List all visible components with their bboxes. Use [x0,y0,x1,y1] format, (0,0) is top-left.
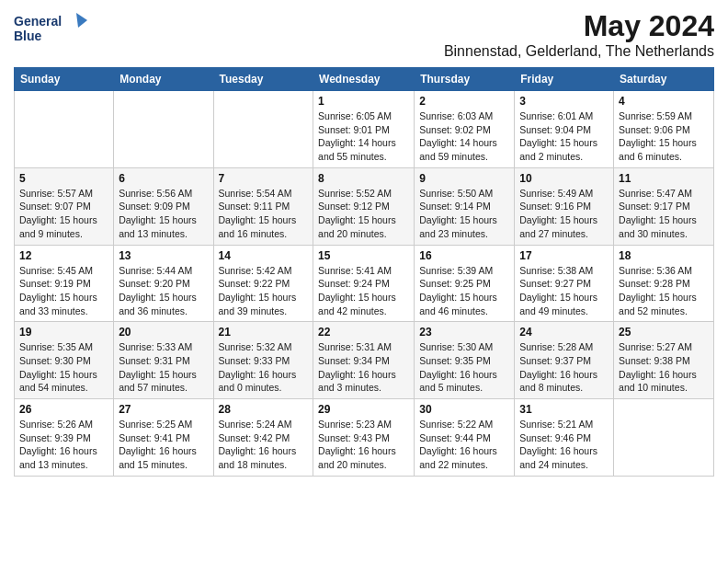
day-number: 11 [619,172,709,185]
day-number: 10 [519,172,609,185]
day-number: 23 [419,326,509,339]
day-number: 28 [219,403,309,416]
day-info: Sunrise: 5:47 AM Sunset: 9:17 PM Dayligh… [619,187,709,241]
day-info: Sunrise: 5:21 AM Sunset: 9:46 PM Dayligh… [519,418,609,472]
day-info: Sunrise: 5:39 AM Sunset: 9:25 PM Dayligh… [419,264,509,318]
day-number: 14 [219,249,309,262]
day-number: 4 [619,95,709,108]
table-row: 22Sunrise: 5:31 AM Sunset: 9:34 PM Dayli… [313,322,415,399]
day-info: Sunrise: 5:45 AM Sunset: 9:19 PM Dayligh… [19,264,108,318]
day-info: Sunrise: 5:27 AM Sunset: 9:38 PM Dayligh… [619,340,709,395]
day-number: 21 [219,326,309,339]
day-info: Sunrise: 5:56 AM Sunset: 9:09 PM Dayligh… [119,187,208,241]
day-number: 6 [119,172,208,185]
table-row: 13Sunrise: 5:44 AM Sunset: 9:20 PM Dayli… [114,245,213,322]
logo: General Blue [14,9,87,51]
day-number: 2 [419,95,509,108]
table-row: 25Sunrise: 5:27 AM Sunset: 9:38 PM Dayli… [614,322,714,399]
title-area: May 2024 Binnenstad, Gelderland, The Net… [444,9,714,60]
col-saturday: Saturday [614,68,714,91]
day-info: Sunrise: 5:54 AM Sunset: 9:11 PM Dayligh… [219,187,309,241]
day-number: 30 [419,403,509,416]
day-number: 9 [419,172,509,185]
table-row: 5Sunrise: 5:57 AM Sunset: 9:07 PM Daylig… [15,167,114,245]
day-info: Sunrise: 5:28 AM Sunset: 9:37 PM Dayligh… [519,340,609,395]
day-info: Sunrise: 5:41 AM Sunset: 9:24 PM Dayligh… [318,264,409,318]
table-row: 18Sunrise: 5:36 AM Sunset: 9:28 PM Dayli… [614,245,714,322]
day-number: 27 [119,403,208,416]
day-info: Sunrise: 6:03 AM Sunset: 9:02 PM Dayligh… [419,109,509,164]
table-row: 26Sunrise: 5:26 AM Sunset: 9:39 PM Dayli… [15,399,114,477]
day-number: 12 [19,249,108,262]
day-number: 8 [318,172,409,185]
day-info: Sunrise: 6:05 AM Sunset: 9:01 PM Dayligh… [318,109,409,164]
table-row: 20Sunrise: 5:33 AM Sunset: 9:31 PM Dayli… [114,322,213,399]
day-number: 29 [318,403,409,416]
day-info: Sunrise: 5:49 AM Sunset: 9:16 PM Dayligh… [519,187,609,241]
day-number: 31 [519,403,609,416]
day-info: Sunrise: 5:59 AM Sunset: 9:06 PM Dayligh… [619,109,709,164]
day-number: 5 [19,172,108,185]
col-wednesday: Wednesday [313,68,415,91]
day-info: Sunrise: 5:31 AM Sunset: 9:34 PM Dayligh… [318,340,409,395]
day-number: 20 [119,326,208,339]
table-row: 12Sunrise: 5:45 AM Sunset: 9:19 PM Dayli… [15,245,114,322]
table-row: 8Sunrise: 5:52 AM Sunset: 9:12 PM Daylig… [313,167,415,245]
table-row: 17Sunrise: 5:38 AM Sunset: 9:27 PM Dayli… [515,245,614,322]
logo-svg: General Blue [14,9,87,51]
calendar-week-row: 19Sunrise: 5:35 AM Sunset: 9:30 PM Dayli… [15,322,714,399]
table-row: 11Sunrise: 5:47 AM Sunset: 9:17 PM Dayli… [614,167,714,245]
table-row: 3Sunrise: 6:01 AM Sunset: 9:04 PM Daylig… [515,91,614,168]
day-info: Sunrise: 5:35 AM Sunset: 9:30 PM Dayligh… [19,340,108,395]
month-title: May 2024 [444,9,714,43]
header: General Blue May 2024 Binnenstad, Gelder… [14,9,714,60]
day-info: Sunrise: 5:50 AM Sunset: 9:14 PM Dayligh… [419,187,509,241]
table-row [114,91,213,168]
table-row: 4Sunrise: 5:59 AM Sunset: 9:06 PM Daylig… [614,91,714,168]
day-number: 26 [19,403,108,416]
table-row: 27Sunrise: 5:25 AM Sunset: 9:41 PM Dayli… [114,399,213,477]
calendar-week-row: 12Sunrise: 5:45 AM Sunset: 9:19 PM Dayli… [15,245,714,322]
day-info: Sunrise: 5:52 AM Sunset: 9:12 PM Dayligh… [318,187,409,241]
svg-text:Blue: Blue [14,29,42,43]
table-row: 31Sunrise: 5:21 AM Sunset: 9:46 PM Dayli… [515,399,614,477]
day-info: Sunrise: 5:26 AM Sunset: 9:39 PM Dayligh… [19,418,108,472]
day-info: Sunrise: 5:22 AM Sunset: 9:44 PM Dayligh… [419,418,509,472]
day-info: Sunrise: 5:25 AM Sunset: 9:41 PM Dayligh… [119,418,208,472]
table-row [15,91,114,168]
day-info: Sunrise: 5:57 AM Sunset: 9:07 PM Dayligh… [19,187,108,241]
table-row: 24Sunrise: 5:28 AM Sunset: 9:37 PM Dayli… [515,322,614,399]
day-number: 15 [318,249,409,262]
day-info: Sunrise: 5:32 AM Sunset: 9:33 PM Dayligh… [219,340,309,395]
calendar-week-row: 5Sunrise: 5:57 AM Sunset: 9:07 PM Daylig… [15,167,714,245]
col-thursday: Thursday [415,68,515,91]
col-tuesday: Tuesday [213,68,313,91]
table-row: 14Sunrise: 5:42 AM Sunset: 9:22 PM Dayli… [213,245,313,322]
table-row: 16Sunrise: 5:39 AM Sunset: 9:25 PM Dayli… [415,245,515,322]
table-row [213,91,313,168]
table-row: 1Sunrise: 6:05 AM Sunset: 9:01 PM Daylig… [313,91,415,168]
day-number: 7 [219,172,309,185]
col-monday: Monday [114,68,213,91]
day-info: Sunrise: 6:01 AM Sunset: 9:04 PM Dayligh… [519,109,609,164]
day-info: Sunrise: 5:24 AM Sunset: 9:42 PM Dayligh… [219,418,309,472]
day-info: Sunrise: 5:30 AM Sunset: 9:35 PM Dayligh… [419,340,509,395]
svg-marker-2 [76,13,87,28]
table-row: 21Sunrise: 5:32 AM Sunset: 9:33 PM Dayli… [213,322,313,399]
calendar-header-row: Sunday Monday Tuesday Wednesday Thursday… [15,68,714,91]
calendar-table: Sunday Monday Tuesday Wednesday Thursday… [14,67,714,477]
calendar-week-row: 26Sunrise: 5:26 AM Sunset: 9:39 PM Dayli… [15,399,714,477]
col-sunday: Sunday [15,68,114,91]
table-row: 30Sunrise: 5:22 AM Sunset: 9:44 PM Dayli… [415,399,515,477]
day-number: 19 [19,326,108,339]
day-info: Sunrise: 5:44 AM Sunset: 9:20 PM Dayligh… [119,264,208,318]
day-info: Sunrise: 5:23 AM Sunset: 9:43 PM Dayligh… [318,418,409,472]
table-row: 15Sunrise: 5:41 AM Sunset: 9:24 PM Dayli… [313,245,415,322]
table-row: 9Sunrise: 5:50 AM Sunset: 9:14 PM Daylig… [415,167,515,245]
day-number: 1 [318,95,409,108]
table-row: 28Sunrise: 5:24 AM Sunset: 9:42 PM Dayli… [213,399,313,477]
table-row: 29Sunrise: 5:23 AM Sunset: 9:43 PM Dayli… [313,399,415,477]
day-number: 17 [519,249,609,262]
calendar-week-row: 1Sunrise: 6:05 AM Sunset: 9:01 PM Daylig… [15,91,714,168]
svg-text:General: General [14,14,62,29]
